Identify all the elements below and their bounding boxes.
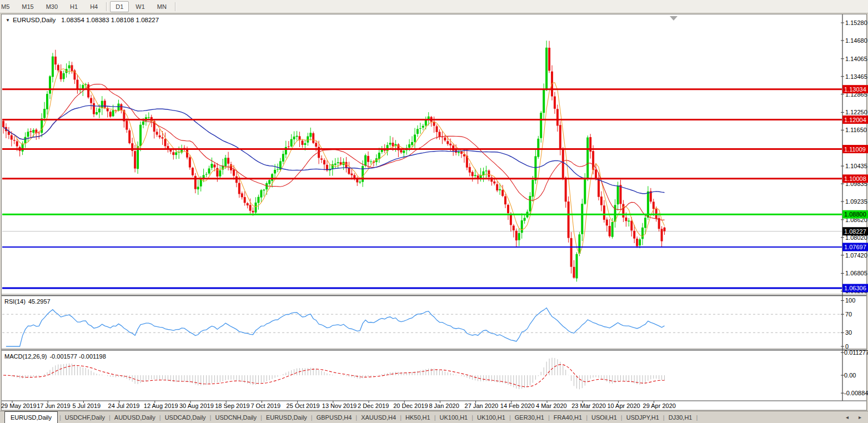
chart-tab-bar: EURUSD,Daily|USDCHF,Daily|AUDUSD,Daily|U… xyxy=(0,411,868,423)
date-label: 30 Aug 2019 xyxy=(179,402,214,409)
chart-tab-dj30-h1[interactable]: DJ30,H1 xyxy=(665,413,696,422)
macd-tick-label: 0.00 xyxy=(844,372,856,379)
date-label: 4 Mar 2020 xyxy=(536,402,567,409)
chart-tab-audusd-daily[interactable]: AUDUSD,Daily xyxy=(111,413,159,422)
chart-tab-usdjpy-h1[interactable]: USDJPY,H1 xyxy=(623,413,663,422)
price-tick-label: 1.09235 xyxy=(845,198,867,205)
date-label: 2 Dec 2019 xyxy=(358,402,389,409)
resistance-line-2-label: 1.12004 xyxy=(844,117,866,123)
current-price-label: 1.08227 xyxy=(844,228,866,235)
date-label: 24 Jul 2019 xyxy=(108,402,140,409)
resistance-line-1-label: 1.13034 xyxy=(844,86,866,93)
timeframe-m5-button[interactable]: M5 xyxy=(0,1,15,12)
chart-tab-uk100-h1[interactable]: UK100,H1 xyxy=(435,413,471,422)
chart-symbol-label: EURUSD,Daily xyxy=(13,17,56,23)
rsi-label: RSI(14) xyxy=(4,298,26,305)
tabs-scroll-left-icon[interactable]: ◂ xyxy=(846,414,849,420)
tabs-scroll-right-icon[interactable]: ▸ xyxy=(859,414,861,420)
mt4-app: { "toolbar": { "timeframes": ["M5","M15"… xyxy=(0,0,868,423)
chart-tab-gbpusd-h4[interactable]: GBPUSD,H4 xyxy=(313,413,356,422)
macd-values: -0.001577 -0.001198 xyxy=(49,353,106,360)
date-label: 29 Apr 2020 xyxy=(643,402,676,409)
chart-window-bg xyxy=(1,14,867,410)
rsi-tick-label: 100 xyxy=(845,297,855,304)
tab-separator: | xyxy=(696,414,698,421)
date-label: 18 Sep 2019 xyxy=(215,402,249,409)
date-label: 7 Oct 2019 xyxy=(250,402,280,409)
date-label: 20 Dec 2019 xyxy=(393,402,428,409)
chart-dropdown-icon[interactable]: ▼ xyxy=(6,18,10,23)
chart-title: ▼EURUSD,Daily1.08354 1.08383 1.08108 1.0… xyxy=(6,17,159,23)
chart-tab-usdchf-daily[interactable]: USDCHF,Daily xyxy=(61,413,109,422)
macd-tick-label: -0.008845 xyxy=(844,390,868,396)
chart-tab-eurusd-daily[interactable]: EURUSD,Daily xyxy=(262,413,311,422)
date-label: 5 Jul 2019 xyxy=(72,402,101,409)
timeframe-d1-button[interactable]: D1 xyxy=(110,1,129,12)
rsi-tick-label: 70 xyxy=(845,311,852,318)
date-label: 17 Jun 2019 xyxy=(37,402,71,409)
chart-tab-xauusd-h4[interactable]: XAUUSD,H4 xyxy=(357,413,400,422)
timeframe-w1-button[interactable]: W1 xyxy=(130,1,150,12)
rsi-tick-label: 30 xyxy=(845,329,852,336)
macd-tick-label: 0.011277 xyxy=(844,349,868,356)
rsi-value: 45.2957 xyxy=(28,298,51,305)
date-label: 10 Apr 2020 xyxy=(607,402,640,409)
price-tick-label: 1.14065 xyxy=(845,56,867,62)
timeframe-toolbar: M5M15M30H1H4D1W1MN xyxy=(0,0,868,13)
date-label: 25 Oct 2019 xyxy=(287,402,320,409)
chart-tab-uk100-h1[interactable]: UK100,H1 xyxy=(473,413,509,422)
price-tick-label: 1.07420 xyxy=(845,252,867,259)
date-label: 12 Aug 2019 xyxy=(144,402,178,409)
price-tick-label: 1.11650 xyxy=(845,127,867,133)
tab-scroll-controls: ◂ ▸ xyxy=(846,414,861,420)
chart-tab-fra40-h1[interactable]: FRA40,H1 xyxy=(550,413,586,422)
chart-canvas[interactable]: 1.152801.146801.140651.134651.128651.122… xyxy=(0,0,868,423)
date-label: 8 Jan 2020 xyxy=(429,402,459,409)
price-tick-label: 1.14680 xyxy=(845,37,867,44)
rsi-indicator-label: RSI(14)45.2957 xyxy=(4,298,51,305)
support-line-green-label: 1.08800 xyxy=(844,211,866,218)
date-label: 14 Feb 2020 xyxy=(500,402,535,409)
chart-tab-ger30-h1[interactable]: GER30,H1 xyxy=(511,413,548,422)
price-tick-label: 1.15280 xyxy=(845,19,867,26)
date-label: 27 Jan 2020 xyxy=(465,402,499,409)
price-tick-label: 1.06805 xyxy=(845,270,867,276)
timeframe-m15-button[interactable]: M15 xyxy=(16,1,39,12)
timeframe-mn-button[interactable]: MN xyxy=(152,1,172,12)
resistance-line-3-label: 1.11009 xyxy=(844,146,866,153)
support-line-blue-1-label: 1.07697 xyxy=(844,244,866,250)
chart-tabs: EURUSD,Daily|USDCHF,Daily|AUDUSD,Daily|U… xyxy=(0,411,698,423)
price-tick-label: 1.13465 xyxy=(845,73,867,80)
timeframe-m30-button[interactable]: M30 xyxy=(41,1,63,12)
macd-indicator-label: MACD(12,26,9)-0.001577 -0.001198 xyxy=(4,353,106,360)
timeframe-h4-button[interactable]: H4 xyxy=(84,1,103,12)
chart-tab-hk50-h1[interactable]: HK50,H1 xyxy=(402,413,434,422)
toolbar-divider xyxy=(175,2,176,11)
toolbar-divider xyxy=(106,2,107,11)
chart-tab-usdcad-daily[interactable]: USDCAD,Daily xyxy=(161,413,210,422)
date-label: 23 Mar 2020 xyxy=(571,402,606,409)
timeframe-h1-button[interactable]: H1 xyxy=(64,1,83,12)
price-tick-label: 1.10435 xyxy=(845,163,867,169)
chart-ohlc-values: 1.08354 1.08383 1.08108 1.08227 xyxy=(61,17,159,23)
resistance-line-4-label: 1.10008 xyxy=(844,175,866,182)
chart-tab-usdcnh-daily[interactable]: USDCNH,Daily xyxy=(211,413,260,422)
date-label: 13 Nov 2019 xyxy=(322,402,357,409)
chart-tab-usoil-h1[interactable]: USOil,H1 xyxy=(588,413,621,422)
price-tick-label: 1.12250 xyxy=(845,109,867,115)
macd-label: MACD(12,26,9) xyxy=(4,353,47,360)
support-line-blue-2-label: 1.06306 xyxy=(844,285,866,291)
chart-tab-eurusd-daily[interactable]: EURUSD,Daily xyxy=(4,411,58,423)
date-label: 29 May 2019 xyxy=(1,402,37,409)
